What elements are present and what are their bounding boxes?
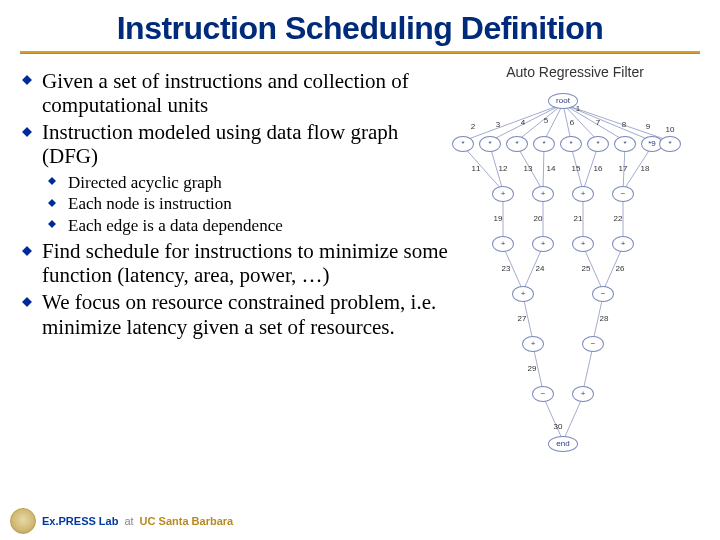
graph-node-add: + (572, 236, 594, 252)
diamond-bullet-icon (48, 177, 56, 185)
bullet-item: Instruction modeled using data flow grap… (22, 120, 448, 235)
edge-label: 23 (502, 264, 511, 273)
edge-label: 19 (494, 214, 503, 223)
svg-line-35 (583, 346, 593, 391)
bullet-item: Given a set of instructions and collecti… (22, 69, 448, 117)
graph-node-add: + (612, 236, 634, 252)
svg-marker-0 (22, 75, 32, 85)
edge-label: 30 (554, 422, 563, 431)
sub-bullet-text: Each edge is a data dependence (68, 216, 283, 235)
svg-marker-6 (22, 297, 32, 307)
svg-marker-5 (22, 246, 32, 256)
graph-title: Auto Regressive Filter (448, 64, 702, 80)
sub-bullet-item: Directed acyclic graph (48, 173, 448, 193)
graph-node-add: + (522, 336, 544, 352)
edge-label: 28 (600, 314, 609, 323)
edge-label: 8 (622, 120, 626, 129)
edge-label: 24 (536, 264, 545, 273)
edge-label: 18 (641, 164, 650, 173)
diamond-bullet-icon (22, 75, 32, 85)
diamond-bullet-icon (48, 199, 56, 207)
graph-node-root: root (548, 93, 578, 109)
bullet-text: Instruction modeled using data flow grap… (42, 120, 398, 168)
bullet-text: Given a set of instructions and collecti… (42, 69, 409, 117)
graph-node-mul: * (506, 136, 528, 152)
edge-label: 29 (528, 364, 537, 373)
bullet-list: Given a set of instructions and collecti… (18, 69, 448, 339)
diamond-bullet-icon (22, 297, 32, 307)
graph-column: Auto Regressive Filter (448, 62, 702, 486)
bullet-item: Find schedule for instructions to minimi… (22, 239, 448, 287)
edge-label: 2 (471, 122, 475, 131)
edge-label: 5 (544, 116, 548, 125)
graph-node-mul: * (452, 136, 474, 152)
graph-node-sub: − (582, 336, 604, 352)
edge-label: 10 (666, 125, 675, 134)
diamond-bullet-icon (22, 246, 32, 256)
svg-marker-4 (48, 220, 56, 228)
svg-line-37 (563, 396, 583, 441)
svg-marker-3 (48, 199, 56, 207)
edge-label: 25 (582, 264, 591, 273)
sub-bullet-item: Each node is instruction (48, 194, 448, 214)
footer: Ex.PRESS Lab at UC Santa Barbara (10, 508, 233, 534)
edge-label: 22 (614, 214, 623, 223)
slide-body: Given a set of instructions and collecti… (0, 62, 720, 486)
graph-node-mul: * (479, 136, 501, 152)
graph-node-mul: * (659, 136, 681, 152)
bullet-column: Given a set of instructions and collecti… (18, 62, 448, 486)
svg-marker-1 (22, 127, 32, 137)
diamond-bullet-icon (48, 220, 56, 228)
graph-node-add: + (512, 286, 534, 302)
edge-label: 20 (534, 214, 543, 223)
edge-label: 7 (596, 118, 600, 127)
svg-line-36 (543, 396, 563, 441)
graph-node-add: + (572, 186, 594, 202)
edge-label: 17 (619, 164, 628, 173)
graph-node-mul: * (587, 136, 609, 152)
svg-marker-2 (48, 177, 56, 185)
footer-org: UC Santa Barbara (140, 515, 234, 527)
sub-bullet-text: Directed acyclic graph (68, 173, 222, 192)
dfg-graph: root * * * * * * * *9 * + + + − + + + + … (448, 86, 678, 486)
graph-node-sub: − (592, 286, 614, 302)
edge-label: 26 (616, 264, 625, 273)
bullet-item: We focus on resource constrained problem… (22, 290, 448, 338)
graph-node-mul: * (560, 136, 582, 152)
bullet-text: We focus on resource constrained problem… (42, 290, 436, 338)
edge-label: 14 (547, 164, 556, 173)
svg-line-19 (543, 146, 544, 191)
graph-node-add: + (572, 386, 594, 402)
graph-node-mul: * (533, 136, 555, 152)
edge-label: 11 (472, 164, 481, 173)
graph-node-end: end (548, 436, 578, 452)
sub-bullet-item: Each edge is a data dependence (48, 216, 448, 236)
graph-node-add: + (532, 236, 554, 252)
diamond-bullet-icon (22, 127, 32, 137)
edge-label: 9 (646, 122, 650, 131)
edge-label: 3 (496, 120, 500, 129)
footer-lab: Ex.PRESS Lab (42, 515, 118, 527)
bullet-text: Find schedule for instructions to minimi… (42, 239, 448, 287)
edge-label: 13 (524, 164, 533, 173)
graph-node-add: + (492, 186, 514, 202)
edge-label: 1 (576, 104, 580, 113)
sub-bullet-list: Directed acyclic graph Each node is inst… (48, 173, 448, 236)
footer-at: at (124, 515, 133, 527)
graph-node-mul: * (614, 136, 636, 152)
title-rule (20, 51, 700, 54)
graph-node-sub: − (612, 186, 634, 202)
edge-label: 15 (572, 164, 581, 173)
ucsb-seal-icon (10, 508, 36, 534)
edge-label: 4 (521, 118, 525, 127)
edge-label: 12 (499, 164, 508, 173)
graph-node-sub: − (532, 386, 554, 402)
graph-node-add: + (492, 236, 514, 252)
edge-label: 21 (574, 214, 583, 223)
svg-line-16 (463, 146, 503, 191)
slide-title: Instruction Scheduling Definition (0, 0, 720, 51)
edge-label: 27 (518, 314, 527, 323)
graph-node-add: + (532, 186, 554, 202)
svg-line-8 (490, 104, 563, 141)
sub-bullet-text: Each node is instruction (68, 194, 232, 213)
